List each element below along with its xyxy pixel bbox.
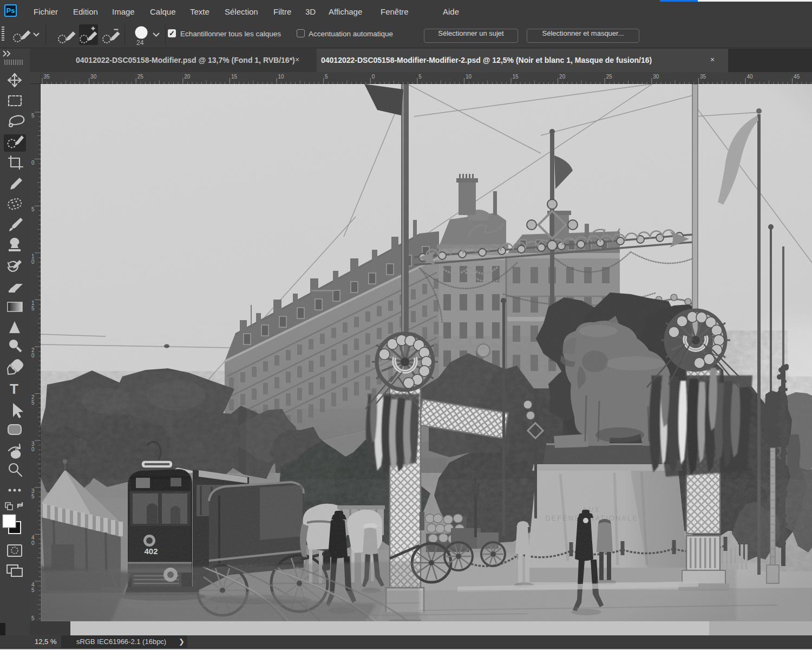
svg-text:20: 20	[184, 74, 191, 80]
svg-text:5: 5	[31, 587, 35, 593]
svg-text:24: 24	[136, 39, 144, 47]
svg-text:45: 45	[794, 74, 800, 80]
svg-text:0: 0	[372, 74, 375, 80]
svg-text:5: 5	[31, 493, 35, 499]
svg-text:30: 30	[653, 74, 659, 80]
svg-text:25: 25	[137, 74, 144, 80]
svg-text:5: 5	[31, 113, 35, 119]
svg-text:5: 5	[31, 400, 35, 406]
svg-text:5: 5	[325, 74, 328, 80]
svg-text:0: 0	[31, 540, 35, 546]
svg-text:5: 5	[31, 206, 35, 212]
svg-text:0: 0	[31, 259, 35, 265]
svg-text:10: 10	[278, 74, 285, 80]
svg-text:35: 35	[44, 74, 50, 80]
svg-text:30: 30	[90, 74, 97, 80]
svg-text:T: T	[10, 381, 18, 397]
svg-text:0: 0	[31, 446, 35, 452]
svg-text:35: 35	[700, 74, 706, 80]
svg-text:40: 40	[747, 74, 754, 80]
svg-text:0: 0	[31, 353, 35, 359]
svg-text:15: 15	[231, 74, 238, 80]
svg-text:15: 15	[513, 74, 519, 80]
svg-text:0: 0	[31, 160, 35, 166]
svg-text:5: 5	[31, 615, 35, 621]
svg-text:25: 25	[606, 74, 613, 80]
svg-text:10: 10	[466, 74, 472, 80]
svg-text:5: 5	[418, 74, 422, 80]
svg-text:5: 5	[31, 306, 35, 311]
svg-text:20: 20	[559, 74, 566, 80]
